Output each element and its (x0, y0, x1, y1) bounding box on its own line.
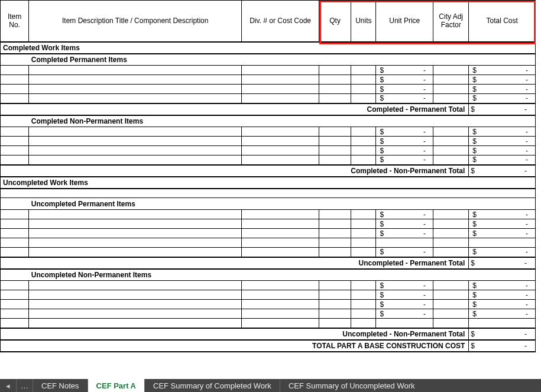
subtotal-label: Completed - Permanent Total (1, 103, 469, 115)
blank-row (1, 189, 536, 198)
table-row[interactable] (1, 319, 536, 328)
subsection-uncompleted-permanent-title: Uncompleted Permanent Items (29, 198, 536, 210)
tab-nav-prev-icon[interactable]: ◂ (0, 379, 17, 392)
tab-cef-part-a[interactable]: CEF Part A (88, 379, 145, 392)
table-row[interactable]: $- $- (1, 309, 536, 319)
subtotal-value: $- (469, 103, 536, 115)
subtotal-value: $- (469, 328, 536, 340)
table-row[interactable]: $- $- (1, 85, 536, 94)
subsection-completed-permanent-title: Completed Permanent Items (29, 54, 536, 66)
table-row[interactable]: $- $- (1, 66, 536, 75)
table-row[interactable]: $- $- (1, 219, 536, 229)
table-row[interactable]: $- $- (1, 281, 536, 290)
subsection-uncompleted-nonpermanent-title: Uncompleted Non-Permanent Items (29, 269, 536, 281)
table-row[interactable]: $- $- (1, 137, 536, 146)
subtotal-value: $- (469, 165, 536, 177)
grand-total-row: TOTAL PART A BASE CONSTRUCTION COST $- (1, 340, 536, 352)
table-row[interactable] (1, 238, 536, 248)
tab-overflow-icon[interactable]: … (17, 379, 33, 392)
section-uncompleted-title: Uncompleted Work Items (1, 177, 536, 189)
grand-total-value: $- (469, 340, 536, 352)
tab-cef-summary-uncompleted[interactable]: CEF Summary of Uncompleted Work (280, 379, 423, 392)
subsection-completed-permanent: Completed Permanent Items (1, 54, 536, 66)
sheet-tab-bar: ◂ … CEF Notes CEF Part A CEF Summary of … (0, 379, 541, 392)
table-header-row: Item No. Item Description Title / Compon… (1, 1, 536, 42)
subsection-completed-nonpermanent-title: Completed Non-Permanent Items (29, 115, 536, 127)
header-city-adj: City Adj Factor (433, 1, 469, 42)
section-completed: Completed Work Items (1, 42, 536, 54)
table-row[interactable]: $- $- (1, 155, 536, 165)
table-row[interactable]: $- $- (1, 127, 536, 137)
subtotal-value: $- (469, 257, 536, 269)
grand-total-label: TOTAL PART A BASE CONSTRUCTION COST (1, 340, 469, 352)
table-row[interactable]: $- $- (1, 94, 536, 103)
header-unit-price: Unit Price (376, 1, 433, 42)
table-row[interactable]: $- $- (1, 290, 536, 300)
subtotal-label: Completed - Non-Permanent Total (1, 165, 469, 177)
header-units: Units (351, 1, 376, 42)
subtotal-completed-permanent: Completed - Permanent Total $- (1, 103, 536, 115)
subtotal-label: Uncompleted - Non-Permanent Total (1, 328, 469, 340)
header-item-no: Item No. (1, 1, 29, 42)
tab-cef-summary-completed[interactable]: CEF Summary of Completed Work (145, 379, 280, 392)
total-cost-cell[interactable]: $- (469, 66, 536, 75)
section-uncompleted: Uncompleted Work Items (1, 177, 536, 189)
header-div: Div. # or Cost Code (242, 1, 319, 42)
subsection-uncompleted-nonpermanent: Uncompleted Non-Permanent Items (1, 269, 536, 281)
unit-price-cell[interactable]: $- (376, 66, 433, 75)
tab-cef-notes[interactable]: CEF Notes (33, 379, 88, 392)
header-description: Item Description Title / Component Descr… (29, 1, 242, 42)
subsection-completed-nonpermanent: Completed Non-Permanent Items (1, 115, 536, 127)
header-total-cost: Total Cost (469, 1, 536, 42)
subsection-uncompleted-permanent: Uncompleted Permanent Items (1, 198, 536, 210)
header-qty: Qty (319, 1, 351, 42)
table-row[interactable]: $- $- (1, 248, 536, 257)
subtotal-uncompleted-nonpermanent: Uncompleted - Non-Permanent Total $- (1, 328, 536, 340)
table-row[interactable]: $- $- (1, 210, 536, 219)
table-row[interactable]: $- $- (1, 75, 536, 85)
cost-estimate-table: Item No. Item Description Title / Compon… (0, 0, 536, 352)
table-row[interactable]: $- $- (1, 229, 536, 238)
subtotal-label: Uncompleted - Permanent Total (1, 257, 469, 269)
subtotal-completed-nonpermanent: Completed - Non-Permanent Total $- (1, 165, 536, 177)
table-row[interactable]: $- $- (1, 300, 536, 309)
table-row[interactable]: $- $- (1, 146, 536, 155)
subtotal-uncompleted-permanent: Uncompleted - Permanent Total $- (1, 257, 536, 269)
section-completed-title: Completed Work Items (1, 42, 536, 54)
